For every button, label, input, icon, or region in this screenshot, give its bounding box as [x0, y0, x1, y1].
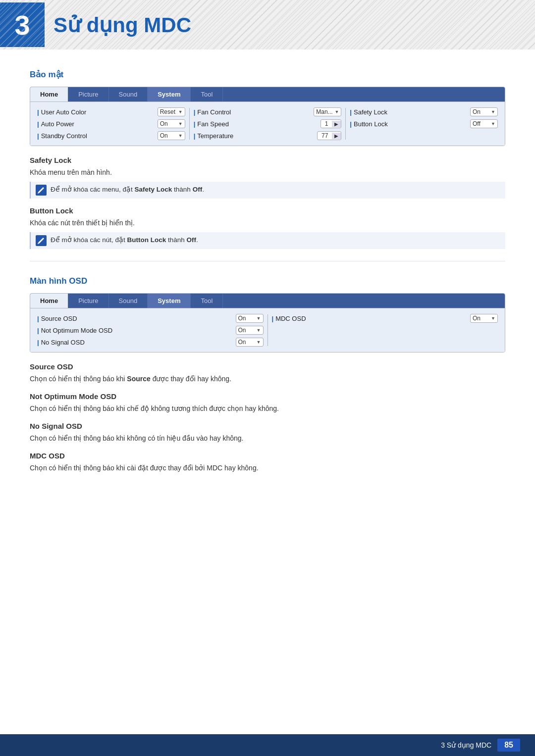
osd-tabs: Home Picture Sound System Tool	[30, 294, 505, 308]
standby-control-select[interactable]: On ▼	[158, 131, 185, 140]
user-auto-color-select[interactable]: Reset ▼	[158, 107, 185, 116]
standby-control-value: On	[160, 132, 168, 139]
standby-control-arrow: ▼	[178, 133, 183, 138]
button-lock-title: Button Lock	[30, 206, 505, 215]
standby-control-row: Standby Control On ▼	[36, 130, 186, 142]
button-lock-value: Off	[473, 120, 481, 127]
tab-system-baomat[interactable]: System	[148, 87, 191, 101]
tab-sound-baomat[interactable]: Sound	[109, 87, 148, 101]
baomat-panel-body: User Auto Color Reset ▼ Auto Power On ▼ …	[30, 102, 505, 146]
tab-tool-osd[interactable]: Tool	[191, 294, 223, 308]
not-optimum-desc: Chọn có hiển thị thông báo khi chế độ kh…	[30, 403, 505, 414]
baomat-panel: Home Picture Sound System Tool User Auto…	[30, 87, 505, 146]
user-auto-color-value: Reset	[160, 108, 175, 115]
tab-system-osd[interactable]: System	[148, 294, 191, 308]
no-signal-value: On	[238, 339, 246, 346]
manhinh-osd-heading: Màn hình OSD	[30, 276, 505, 286]
temperature-value: 77	[318, 132, 332, 140]
button-lock-note: Để mở khóa các nút, đặt Button Lock thàn…	[30, 232, 505, 249]
auto-power-row: Auto Power On ▼	[36, 118, 186, 130]
no-signal-select[interactable]: On ▼	[236, 338, 264, 347]
auto-power-value: On	[160, 120, 168, 127]
tab-picture-osd[interactable]: Picture	[68, 294, 108, 308]
source-osd-arrow: ▼	[257, 316, 261, 321]
fan-control-arrow: ▼	[334, 109, 339, 114]
safety-lock-arrow: ▼	[491, 109, 495, 114]
auto-power-arrow: ▼	[178, 121, 183, 126]
baomat-tabs: Home Picture Sound System Tool	[30, 87, 505, 102]
note-icon-safety	[36, 185, 47, 196]
no-signal-arrow: ▼	[257, 340, 261, 345]
mdc-osd-title: MDC OSD	[30, 452, 505, 460]
button-lock-desc: Khóa các nút trên thiết bị hiển thị.	[30, 218, 505, 228]
safety-lock-note: Để mở khóa các menu, đặt Safety Lock thà…	[30, 182, 505, 199]
no-signal-title: No Signal OSD	[30, 422, 505, 430]
button-lock-row: Button Lock Off ▼	[349, 118, 499, 130]
mdc-osd-desc: Chọn có hiển thị thông báo khi cài đặt đ…	[30, 463, 505, 473]
tab-home-baomat[interactable]: Home	[30, 87, 68, 101]
pencil-icon	[37, 186, 45, 194]
mdc-osd-arrow: ▼	[491, 316, 495, 321]
pencil-icon-2	[37, 237, 45, 245]
temperature-label: Temperature	[194, 132, 317, 140]
fan-control-select[interactable]: Man... ▼	[314, 107, 341, 116]
safety-lock-desc: Khóa menu trên màn hình.	[30, 167, 505, 178]
fan-speed-row: Fan Speed 1 ▶	[193, 118, 343, 130]
baomat-col1: User Auto Color Reset ▼ Auto Power On ▼ …	[33, 106, 189, 142]
chapter-title: Sử dụng MDC	[54, 13, 191, 37]
button-lock-arrow: ▼	[491, 121, 495, 126]
source-osd-select[interactable]: On ▼	[236, 314, 264, 323]
button-lock-label: Button Lock	[350, 120, 470, 128]
fan-control-row: Fan Control Man... ▼	[193, 106, 343, 118]
auto-power-select[interactable]: On ▼	[158, 119, 185, 128]
footer-text: 3 Sử dụng MDC	[441, 741, 491, 749]
no-signal-row: No Signal OSD On ▼	[36, 336, 265, 348]
safety-lock-label: Safety Lock	[350, 108, 470, 116]
page-footer: 3 Sử dụng MDC 85	[0, 734, 535, 756]
not-optimum-label: Not Optimum Mode OSD	[37, 327, 236, 334]
not-optimum-arrow: ▼	[257, 328, 261, 333]
button-lock-select[interactable]: Off ▼	[470, 119, 498, 128]
osd-panel-body: Source OSD On ▼ Not Optimum Mode OSD On …	[30, 308, 505, 352]
tab-tool-baomat[interactable]: Tool	[191, 87, 223, 101]
temperature-row: Temperature 77 ▶	[193, 130, 343, 142]
not-optimum-row: Not Optimum Mode OSD On ▼	[36, 324, 265, 336]
temperature-stepper[interactable]: 77 ▶	[317, 131, 341, 140]
temperature-btn[interactable]: ▶	[332, 133, 341, 139]
fan-speed-btn[interactable]: ▶	[332, 121, 341, 127]
baomat-col2: Fan Control Man... ▼ Fan Speed 1 ▶ Tempe…	[190, 106, 346, 142]
baomat-col3: Safety Lock On ▼ Button Lock Off ▼	[346, 106, 502, 142]
standby-control-label: Standby Control	[37, 132, 158, 140]
fan-speed-stepper[interactable]: 1 ▶	[321, 119, 342, 128]
section-divider	[30, 261, 505, 261]
tab-picture-baomat[interactable]: Picture	[68, 87, 108, 101]
not-optimum-title: Not Optimum Mode OSD	[30, 392, 505, 401]
source-osd-label: Source OSD	[37, 315, 236, 322]
mdc-osd-row: MDC OSD On ▼	[271, 312, 499, 324]
tab-home-osd[interactable]: Home	[30, 294, 68, 308]
safety-lock-value: On	[473, 108, 481, 115]
user-auto-color-arrow: ▼	[178, 109, 183, 114]
safety-lock-title: Safety Lock	[30, 156, 505, 164]
mdc-osd-select[interactable]: On ▼	[470, 314, 498, 323]
osd-panel: Home Picture Sound System Tool Source OS…	[30, 293, 505, 353]
safety-lock-note-text: Để mở khóa các menu, đặt Safety Lock thà…	[51, 185, 204, 195]
no-signal-desc: Chọn có hiển thị thông báo khi không có …	[30, 433, 505, 444]
fan-speed-label: Fan Speed	[194, 120, 321, 128]
footer-page-number: 85	[497, 739, 520, 752]
osd-col1: Source OSD On ▼ Not Optimum Mode OSD On …	[33, 312, 268, 348]
not-optimum-value: On	[238, 327, 246, 334]
fan-control-value: Man...	[316, 108, 332, 115]
source-osd-desc: Chọn có hiển thị thông báo khi Source đư…	[30, 374, 505, 384]
user-auto-color-row: User Auto Color Reset ▼	[36, 106, 186, 118]
safety-lock-select[interactable]: On ▼	[470, 107, 498, 116]
not-optimum-select[interactable]: On ▼	[236, 326, 264, 335]
source-osd-value: On	[238, 315, 246, 322]
fan-speed-value: 1	[321, 120, 332, 128]
tab-sound-osd[interactable]: Sound	[109, 294, 148, 308]
mdc-osd-label: MDC OSD	[272, 315, 471, 322]
baomat-heading: Bảo mật	[30, 69, 505, 80]
button-lock-note-text: Để mở khóa các nút, đặt Button Lock thàn…	[51, 235, 198, 245]
user-auto-color-label: User Auto Color	[37, 108, 158, 116]
auto-power-label: Auto Power	[37, 120, 158, 128]
